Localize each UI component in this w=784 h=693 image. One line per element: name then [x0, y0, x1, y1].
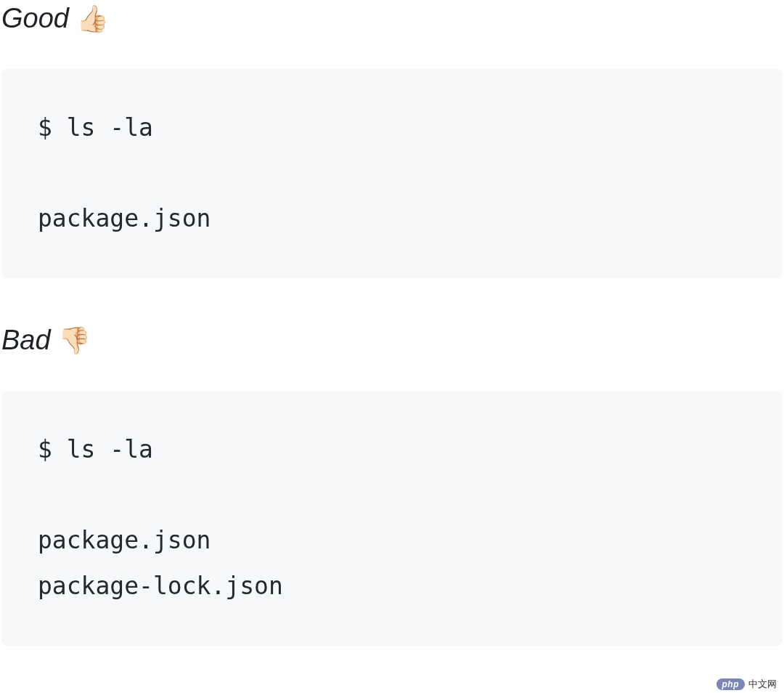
- watermark-text: 中文网: [748, 678, 777, 691]
- good-section-label: Good 👍🏻: [1, 3, 783, 34]
- thumbs-up-icon: 👍🏻: [76, 4, 109, 34]
- good-code-content: $ ls -la package.json: [38, 105, 746, 242]
- thumbs-down-icon: 👎🏻: [58, 325, 91, 356]
- good-code-block: $ ls -la package.json: [1, 69, 783, 278]
- bad-code-content: $ ls -la package.json package-lock.json: [38, 427, 746, 609]
- bad-label-text: Bad: [1, 325, 51, 356]
- good-label-text: Good: [1, 3, 69, 34]
- watermark: php 中文网: [716, 678, 777, 691]
- bad-code-block: $ ls -la package.json package-lock.json: [1, 391, 783, 646]
- bad-section-label: Bad 👎🏻: [1, 325, 783, 356]
- php-badge-icon: php: [716, 678, 746, 690]
